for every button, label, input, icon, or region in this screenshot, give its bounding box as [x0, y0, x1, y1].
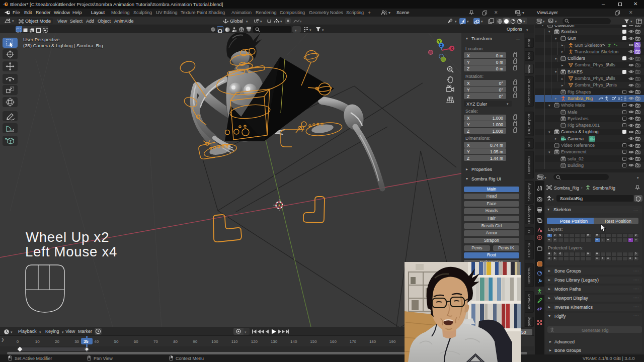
- svg-text:X: X: [450, 46, 453, 51]
- svg-text:Z: Z: [440, 43, 443, 48]
